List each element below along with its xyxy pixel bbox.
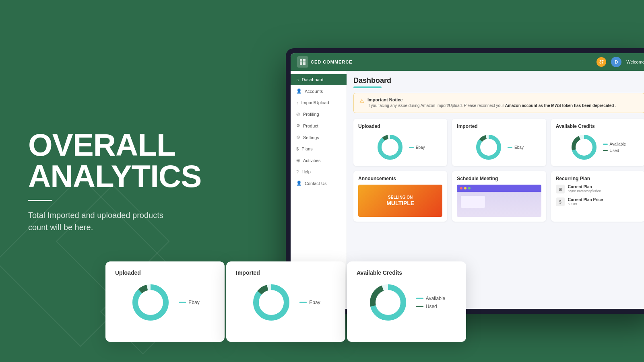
schedule-bar <box>457 185 541 192</box>
float-uploaded-title: Uploaded <box>115 269 215 276</box>
sidebar-item-dashboard[interactable]: ⌂ Dashboard <box>291 74 347 85</box>
sidebar-item-contact[interactable]: 👤 Contact Us <box>291 177 347 189</box>
float-credits-available-dot <box>416 298 423 299</box>
user-avatar[interactable]: D <box>611 57 621 67</box>
credits-card: Available Credits <box>551 119 644 166</box>
header-right: 37 D Welcome <box>597 57 644 67</box>
plan-title: Recurring Plan <box>556 176 640 181</box>
sidebar-label-contact: Contact Us <box>305 181 326 186</box>
float-imported-title: Imported <box>236 269 336 276</box>
float-card-imported: Imported Ebay <box>226 261 345 342</box>
imported-card: Imported <box>452 119 546 166</box>
notice-title: Important Notice <box>367 97 616 102</box>
sidebar-item-profiling[interactable]: ◎ Profiling <box>291 108 347 120</box>
sidebar-item-plans[interactable]: $ Plans <box>291 143 347 154</box>
activities-icon: ◉ <box>296 158 300 163</box>
float-uploaded-body: Ebay <box>115 282 215 323</box>
uploaded-legend: Ebay <box>409 145 425 150</box>
sidebar-label-profiling: Profiling <box>303 112 319 117</box>
imported-card-body: Ebay <box>457 133 541 161</box>
legend-dot-ebay <box>409 147 414 148</box>
plan-card: Recurring Plan ⊞ Current Plan Sync Inven… <box>551 171 644 222</box>
dashboard-icon: ⌂ <box>296 77 299 82</box>
imported-legend: Ebay <box>508 145 524 150</box>
page-subtitle-bar <box>353 86 382 88</box>
svg-point-14 <box>135 287 166 318</box>
logo-icon <box>297 56 308 68</box>
float-credits-donut <box>368 282 408 323</box>
imported-donut <box>475 133 503 161</box>
plan-current-icon: ⊞ <box>556 185 565 193</box>
uploaded-donut-svg <box>376 133 404 161</box>
sidebar-label-settings: Settings <box>303 135 319 140</box>
credits-card-title: Available Credits <box>556 123 640 129</box>
plans-icon: $ <box>296 146 299 151</box>
float-uploaded-legend: Ebay <box>179 300 199 305</box>
float-legend-dot <box>179 302 186 303</box>
sidebar-label-help: Help <box>301 169 311 174</box>
logo-svg <box>299 59 306 65</box>
float-credits-legend: Available Used <box>416 296 445 309</box>
sidebar-item-activities[interactable]: ◉ Activities <box>291 154 347 166</box>
plan-price-value: $ 109 <box>568 202 603 206</box>
profiling-icon: ◎ <box>296 111 300 117</box>
announcement-overlay: SELLING ON MULTIPLE <box>386 195 414 207</box>
page-title: Dashboard <box>353 76 644 85</box>
plan-info: ⊞ Current Plan Sync Inventory/Price $ Cu… <box>556 185 640 206</box>
plan-price-icon: $ <box>556 197 565 206</box>
plan-row-current: ⊞ Current Plan Sync Inventory/Price <box>556 185 640 193</box>
announcements-title: Announcements <box>358 176 442 181</box>
sidebar-item-help[interactable]: ? Help <box>291 166 347 177</box>
legend-dot-used <box>603 150 608 151</box>
svg-point-5 <box>380 137 400 158</box>
bottom-grid: Announcements SELLING ON MULTIPLE Schedu… <box>353 171 644 222</box>
plan-price-label: Current Plan Price <box>568 197 603 202</box>
sidebar-item-product[interactable]: ⚙ Product <box>291 120 347 132</box>
notification-badge[interactable]: 37 <box>597 57 606 67</box>
imported-donut-svg <box>475 133 503 161</box>
legend-dot-available <box>603 144 608 145</box>
credits-donut-svg <box>570 133 598 161</box>
imported-card-title: Imported <box>457 123 541 129</box>
legend-item-used: Used <box>603 148 626 153</box>
uploaded-donut <box>376 133 404 161</box>
plan-row-price: $ Current Plan Price $ 109 <box>556 197 640 206</box>
sidebar-label-import: Import/Upload <box>301 100 329 105</box>
schedule-dot-green <box>468 187 471 189</box>
float-imported-svg <box>251 282 291 323</box>
float-legend-available: Available <box>416 296 445 301</box>
credits-legend: Available Used <box>603 142 626 153</box>
float-imported-donut <box>251 282 291 323</box>
sidebar-item-settings[interactable]: ⚙ Settings <box>291 132 347 143</box>
svg-rect-0 <box>300 59 302 62</box>
svg-rect-3 <box>303 62 305 65</box>
legend-item-ebay: Ebay <box>409 145 425 150</box>
floating-cards: Uploaded Ebay Imported <box>105 261 467 342</box>
title-divider <box>28 200 52 201</box>
notice-text: If you facing any issue during Amazon Im… <box>367 103 616 109</box>
float-imported-legend: Ebay <box>299 300 320 305</box>
settings-icon: ⚙ <box>296 135 300 140</box>
subtitle: Total Imported and uploaded products cou… <box>28 209 181 233</box>
float-legend-ebay-imported: Ebay <box>299 300 320 305</box>
plan-current-label: Current Plan <box>568 185 601 189</box>
notice-icon: ⚠ <box>359 98 364 104</box>
schedule-title: Schedule Meeting <box>457 176 541 181</box>
app-logo: CED COMMERCE <box>297 56 353 68</box>
sidebar-label-product: Product <box>303 123 318 128</box>
plan-current-value: Sync Inventory/Price <box>568 189 601 193</box>
plan-price-text: Current Plan Price $ 109 <box>568 197 603 206</box>
sidebar-label-activities: Activities <box>303 158 320 163</box>
float-credits-title: Available Credits <box>357 269 456 276</box>
uploaded-card: Uploaded <box>353 119 447 166</box>
app-header: CED COMMERCE 37 D Welcome <box>291 53 644 71</box>
notice-box: ⚠ Important Notice If you facing any iss… <box>353 93 644 113</box>
float-legend-ebay: Ebay <box>179 300 199 305</box>
float-uploaded-donut <box>130 282 171 323</box>
schedule-dot-yellow <box>464 187 466 189</box>
float-credits-svg <box>368 282 408 323</box>
sidebar-item-accounts[interactable]: 👤 Accounts <box>291 85 347 97</box>
sidebar-item-import[interactable]: ↑ Import/Upload <box>291 97 347 108</box>
welcome-text: Welcome <box>626 60 644 64</box>
legend-item-available: Available <box>603 142 626 146</box>
